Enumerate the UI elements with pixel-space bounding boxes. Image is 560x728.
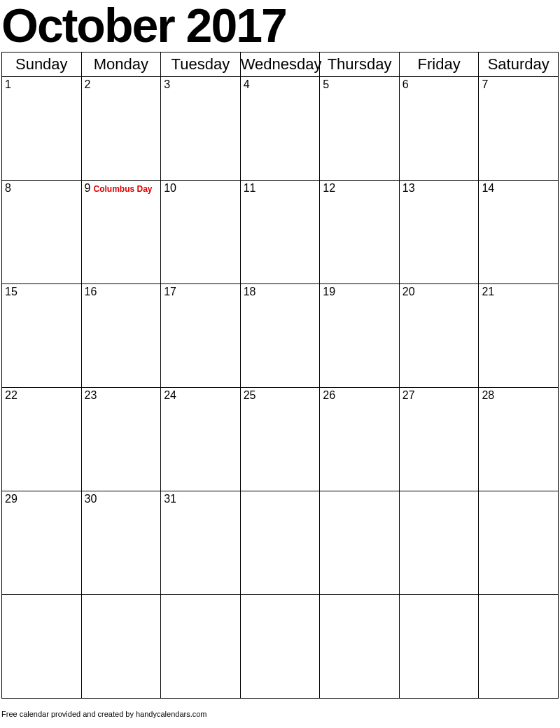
day-number: 9 — [85, 182, 91, 195]
day-number: 6 — [402, 78, 409, 91]
calendar-day-cell: 9Columbus Day — [81, 181, 161, 284]
calendar-day-cell: 8 — [2, 181, 82, 284]
calendar-day-cell: 15 — [2, 284, 82, 388]
calendar-day-cell — [161, 595, 241, 699]
calendar-day-cell — [240, 491, 320, 595]
day-number: 21 — [482, 286, 494, 298]
day-number: 23 — [85, 389, 97, 402]
calendar-day-cell — [81, 595, 161, 699]
calendar-day-cell: 1 — [2, 77, 82, 181]
calendar-title: October 2017 — [0, 1, 560, 52]
calendar-day-cell: 2 — [81, 77, 161, 181]
day-number: 22 — [5, 389, 18, 402]
day-number: 15 — [5, 286, 18, 298]
calendar-day-cell: 28 — [479, 388, 559, 491]
calendar-day-cell: 16 — [81, 284, 161, 388]
calendar-day-cell: 20 — [399, 284, 479, 388]
calendar-day-cell: 14 — [479, 181, 559, 284]
calendar-day-cell — [240, 595, 320, 699]
day-number: 27 — [402, 389, 415, 402]
calendar-day-cell: 23 — [81, 388, 161, 491]
weekday-header: Thursday — [320, 52, 400, 77]
calendar-day-cell: 29 — [2, 491, 82, 595]
weekday-header-row: Sunday Monday Tuesday Wednesday Thursday… — [2, 52, 559, 77]
day-number: 11 — [244, 182, 256, 195]
calendar-day-cell: 11 — [240, 181, 320, 284]
calendar-week-row: 22 23 24 25 26 27 28 — [2, 388, 559, 491]
day-number: 24 — [164, 389, 176, 402]
day-number: 8 — [5, 182, 11, 195]
day-number: 13 — [402, 182, 415, 195]
calendar-week-row: 1 2 3 4 5 6 7 — [2, 77, 559, 181]
day-number: 14 — [482, 182, 494, 195]
calendar-day-cell — [479, 491, 559, 595]
day-number: 19 — [323, 286, 335, 298]
calendar-day-cell — [320, 595, 400, 699]
day-number: 25 — [244, 389, 256, 402]
calendar-day-cell: 19 — [320, 284, 400, 388]
calendar-day-cell: 4 — [240, 77, 320, 181]
day-number: 4 — [244, 78, 250, 91]
calendar-day-cell: 7 — [479, 77, 559, 181]
calendar-day-cell: 10 — [161, 181, 241, 284]
weekday-header: Friday — [399, 52, 479, 77]
calendar-day-cell: 27 — [399, 388, 479, 491]
day-number: 1 — [5, 78, 11, 91]
day-number: 29 — [5, 493, 18, 505]
calendar-grid: Sunday Monday Tuesday Wednesday Thursday… — [1, 52, 559, 699]
calendar-day-cell: 17 — [161, 284, 241, 388]
weekday-header: Wednesday — [240, 52, 320, 77]
day-number: 3 — [164, 78, 170, 91]
weekday-header: Tuesday — [161, 52, 241, 77]
calendar-day-cell — [399, 491, 479, 595]
calendar-day-cell: 26 — [320, 388, 400, 491]
calendar-week-row: 15 16 17 18 19 20 21 — [2, 284, 559, 388]
day-number: 17 — [164, 286, 176, 298]
holiday-label: Columbus Day — [93, 184, 152, 194]
calendar-day-cell: 6 — [399, 77, 479, 181]
calendar-day-cell: 18 — [240, 284, 320, 388]
calendar-day-cell — [479, 595, 559, 699]
calendar-week-row — [2, 595, 559, 699]
day-number: 10 — [164, 182, 176, 195]
calendar-week-row: 29 30 31 — [2, 491, 559, 595]
calendar-day-cell — [399, 595, 479, 699]
day-number: 26 — [323, 389, 335, 402]
calendar-day-cell: 30 — [81, 491, 161, 595]
day-number: 20 — [402, 286, 415, 298]
calendar-day-cell: 12 — [320, 181, 400, 284]
calendar-day-cell — [320, 491, 400, 595]
day-number: 18 — [244, 286, 256, 298]
calendar-day-cell: 22 — [2, 388, 82, 491]
footer-credit: Free calendar provided and created by ha… — [1, 710, 207, 718]
weekday-header: Monday — [81, 52, 161, 77]
calendar-day-cell: 13 — [399, 181, 479, 284]
day-number: 28 — [482, 389, 494, 402]
calendar-day-cell: 24 — [161, 388, 241, 491]
day-number: 30 — [85, 493, 97, 505]
day-number: 2 — [85, 78, 91, 91]
day-number: 7 — [482, 78, 488, 91]
calendar-day-cell — [2, 595, 82, 699]
calendar-day-cell: 25 — [240, 388, 320, 491]
weekday-header: Saturday — [479, 52, 559, 77]
day-number: 16 — [85, 286, 97, 298]
calendar-day-cell: 3 — [161, 77, 241, 181]
weekday-header: Sunday — [2, 52, 82, 77]
day-number: 31 — [164, 493, 176, 505]
day-number: 12 — [323, 182, 335, 195]
calendar-day-cell: 31 — [161, 491, 241, 595]
day-number: 5 — [323, 78, 329, 91]
calendar-week-row: 8 9Columbus Day 10 11 12 13 14 — [2, 181, 559, 284]
calendar-day-cell: 5 — [320, 77, 400, 181]
calendar-day-cell: 21 — [479, 284, 559, 388]
